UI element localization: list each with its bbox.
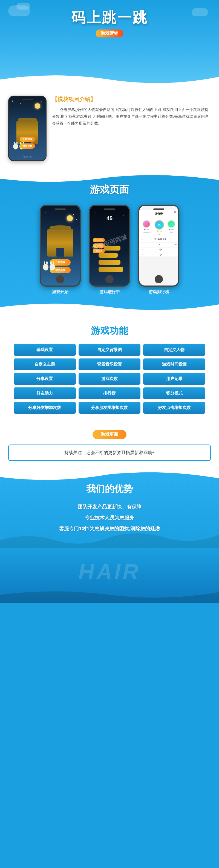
- intro-phone-mock: 开始游戏 活动规程 码上跳一跳: [8, 96, 47, 161]
- avatar-img: [143, 220, 150, 228]
- advantage-title: 我们的优势: [8, 483, 211, 495]
- advantage-section: 我们的优势 团队开发产品更新快、有保障 专业技术人员为您服务 客服专门1对1为您…: [0, 469, 219, 548]
- phone-start-buttons: 开始游戏 活动规程: [20, 136, 35, 150]
- update-badge: 游戏更新: [92, 430, 127, 439]
- star: [45, 213, 46, 213]
- update-badge-wrapper: 游戏更新: [8, 430, 211, 442]
- game-btn-1[interactable]: 开始游戏: [93, 238, 105, 242]
- phone-playing: 45 开始游戏 活动规程 排行榜: [89, 205, 130, 287]
- feature-friend-click[interactable]: 好友点击增加次数: [143, 402, 205, 414]
- intro-title: 【模块项目介绍】: [52, 96, 211, 103]
- bunny: [50, 264, 55, 271]
- board-avatars: 第二名 飞上科技·员工 码 第一名 logo: [139, 218, 178, 237]
- board-row: 3 logo: [139, 248, 178, 252]
- score-display: 45: [107, 215, 112, 222]
- platform: [99, 260, 120, 265]
- board-title: 排行榜: [139, 210, 178, 218]
- feature-record[interactable]: 用户记录: [143, 373, 205, 385]
- bunny-ear: [17, 142, 18, 144]
- board-rows: 1 飞上科技·员工 2 Y 16 3 logo: [139, 237, 178, 285]
- rank-num: 2: [141, 244, 144, 246]
- row-name: logo: [144, 249, 176, 251]
- start-game-btn[interactable]: 开始游戏: [20, 136, 35, 142]
- row-name: logo: [144, 253, 176, 255]
- temple-roof: [50, 225, 71, 230]
- feature-theme[interactable]: 自定义主题: [14, 359, 76, 370]
- rank-num: 4: [141, 253, 144, 255]
- phone-bottom-text: 码上跳一跳: [56, 271, 64, 273]
- features-section: 游戏功能 基础设置 自定义背景图 自定义人物 自定义主题 背景音乐设置 游戏时间…: [0, 314, 219, 427]
- advantage-bottom-deco: [0, 526, 219, 548]
- screen-playing: 45 开始游戏 活动规程 排行榜: [90, 206, 129, 285]
- feature-basic[interactable]: 基础设置: [14, 344, 76, 356]
- rank-num: 1: [141, 239, 144, 241]
- star: [12, 100, 13, 102]
- features-title: 游戏功能: [8, 324, 211, 337]
- star: [73, 214, 74, 215]
- activity-rules-btn[interactable]: 活动规程: [20, 144, 35, 149]
- board-row: 2 Y 16: [139, 243, 178, 247]
- bunnies: [43, 264, 55, 271]
- phone-start: 开始游戏 活动规程 码上跳一跳: [40, 205, 81, 287]
- logo-icon: 码: [155, 221, 163, 229]
- ear: [46, 261, 48, 264]
- temple: [47, 229, 73, 256]
- platform: [104, 246, 120, 251]
- feature-friend[interactable]: 好友助力: [14, 388, 76, 399]
- update-section: 游戏更新 持续关注，还会不断的更新并且拓展新游戏哦~: [0, 427, 219, 469]
- advantage-top-wave: [0, 469, 219, 484]
- rank-2-name: 飞上科技·员工: [142, 231, 151, 233]
- star: [122, 215, 124, 216]
- phones-row: 开始游戏 活动规程 码上跳一跳 游戏开始 45: [5, 205, 214, 294]
- feature-count[interactable]: 游戏次数: [79, 373, 141, 385]
- rank-1-label: 第一名: [157, 230, 162, 232]
- row-score: 16: [174, 244, 176, 246]
- phone-board: ✕ 排行榜 第二名 飞上科技·员工 码: [138, 205, 179, 287]
- moon: [35, 103, 40, 109]
- star: [95, 213, 96, 213]
- phone-footer-text: 码上跳一跳: [9, 156, 46, 158]
- intro-section: 开始游戏 活动规程 码上跳一跳 【模块项目介绍】 点击屏幕,操作的人物就会自动向…: [0, 87, 219, 172]
- feature-points[interactable]: 积分模式: [143, 388, 205, 399]
- temple-line: [50, 230, 71, 231]
- screen-board: ✕ 排行榜 第二名 飞上科技·员工 码: [139, 206, 178, 285]
- advantage-item-0: 团队开发产品更新快、有保障: [8, 503, 211, 510]
- rank-1-avatar: 码 第一名 logo: [155, 220, 164, 235]
- bottom-wave: [0, 298, 219, 314]
- footer-wave: [0, 587, 219, 603]
- feature-rank[interactable]: 排行榜: [79, 388, 141, 399]
- board-row: 4 logo: [139, 252, 178, 257]
- feature-share-circle[interactable]: 分享朋友圈增加次数: [79, 402, 141, 414]
- feature-char[interactable]: 自定义人物: [143, 344, 205, 356]
- platforms: [90, 246, 129, 272]
- row-name: 飞上科技·员工: [144, 238, 176, 241]
- moon: [67, 215, 73, 221]
- temple-door: [56, 248, 64, 256]
- intro-phone-screen: 开始游戏 活动规程 码上跳一跳: [9, 96, 46, 160]
- header-wave: [0, 71, 219, 88]
- feature-time[interactable]: 游戏时间设置: [143, 359, 205, 370]
- rank-3-avatar: 第三名 logo: [167, 220, 175, 235]
- temple-roof: [18, 118, 37, 122]
- update-content: 持续关注，还会不断的更新并且拓展新游戏哦~: [8, 444, 211, 461]
- board-row: 1 飞上科技·员工: [139, 237, 178, 242]
- top-wave: [0, 172, 219, 186]
- feature-bg[interactable]: 自定义背景图: [79, 344, 141, 356]
- rank-2-avatar: 第二名 飞上科技·员工: [142, 220, 151, 235]
- subtitle-badge: 游戏营销: [96, 30, 123, 37]
- advantage-item-1: 专业技术人员为您服务: [8, 515, 211, 521]
- intro-text-block: 【模块项目介绍】 点击屏幕,操作的人物就会自动向上跳动,可以按住人物向上跳;成功…: [52, 96, 211, 127]
- phone-board-wrapper: ✕ 排行榜 第二名 飞上科技·员工 码: [138, 205, 179, 294]
- intro-description: 点击屏幕,操作的人物就会自动向上跳动,可以按住人物向上跳;成功跳到上面一个跳板获…: [52, 106, 211, 127]
- feature-share[interactable]: 分享设置: [14, 373, 76, 385]
- bunny-ear: [14, 142, 15, 144]
- main-title: 码上跳一跳: [5, 8, 214, 27]
- feature-music[interactable]: 背景音乐设置: [79, 359, 141, 370]
- bunny: [43, 264, 49, 271]
- close-icon[interactable]: ✕: [174, 211, 176, 214]
- ear: [53, 261, 54, 264]
- star: [76, 219, 77, 220]
- ear: [44, 261, 45, 264]
- phone-board-label: 游戏排行榜: [149, 289, 169, 294]
- feature-share-friend[interactable]: 分享好友增加次数: [14, 402, 76, 414]
